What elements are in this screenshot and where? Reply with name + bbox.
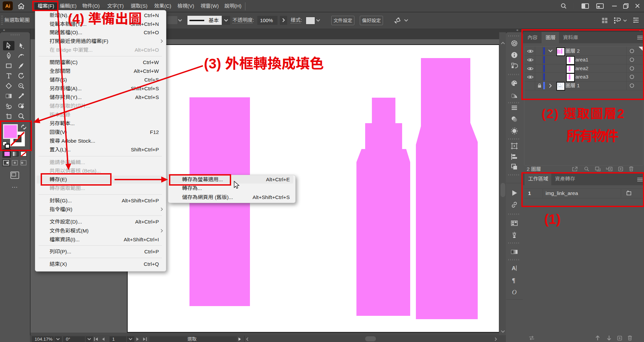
svg-text:A: A xyxy=(512,265,516,272)
svg-text:¶: ¶ xyxy=(512,277,515,284)
svg-text:O: O xyxy=(512,289,517,296)
